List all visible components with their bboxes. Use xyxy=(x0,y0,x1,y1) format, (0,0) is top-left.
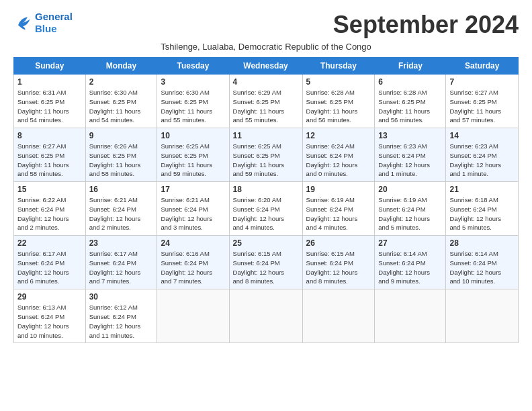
calendar-week-row: 29Sunrise: 6:13 AM Sunset: 6:24 PM Dayli… xyxy=(14,289,519,343)
day-number: 7 xyxy=(449,77,515,87)
day-info: Sunrise: 6:15 AM Sunset: 6:24 PM Dayligh… xyxy=(233,249,299,286)
calendar-cell: 6Sunrise: 6:28 AM Sunset: 6:25 PM Daylig… xyxy=(375,75,446,128)
day-number: 6 xyxy=(378,77,442,87)
calendar-cell: 16Sunrise: 6:21 AM Sunset: 6:24 PM Dayli… xyxy=(85,182,157,236)
calendar-cell: 2Sunrise: 6:30 AM Sunset: 6:25 PM Daylig… xyxy=(85,75,157,128)
day-number: 14 xyxy=(449,131,515,140)
day-number: 26 xyxy=(306,238,371,248)
day-info: Sunrise: 6:14 AM Sunset: 6:24 PM Dayligh… xyxy=(449,249,515,286)
day-info: Sunrise: 6:24 AM Sunset: 6:24 PM Dayligh… xyxy=(306,142,371,179)
calendar-week-row: 8Sunrise: 6:27 AM Sunset: 6:25 PM Daylig… xyxy=(14,128,519,182)
calendar-week-row: 15Sunrise: 6:22 AM Sunset: 6:24 PM Dayli… xyxy=(14,182,519,236)
calendar-cell: 10Sunrise: 6:25 AM Sunset: 6:25 PM Dayli… xyxy=(157,128,229,182)
calendar-cell xyxy=(446,289,519,343)
calendar-header-wednesday: Wednesday xyxy=(229,58,302,75)
day-number: 22 xyxy=(17,238,82,248)
day-number: 10 xyxy=(161,131,225,140)
calendar-header-tuesday: Tuesday xyxy=(157,58,229,75)
calendar-table: SundayMondayTuesdayWednesdayThursdayFrid… xyxy=(13,57,519,343)
day-info: Sunrise: 6:19 AM Sunset: 6:24 PM Dayligh… xyxy=(378,195,442,232)
day-info: Sunrise: 6:16 AM Sunset: 6:24 PM Dayligh… xyxy=(161,249,225,286)
calendar-cell: 13Sunrise: 6:23 AM Sunset: 6:24 PM Dayli… xyxy=(375,128,446,182)
day-info: Sunrise: 6:17 AM Sunset: 6:24 PM Dayligh… xyxy=(17,249,82,286)
calendar-header-monday: Monday xyxy=(85,58,157,75)
day-info: Sunrise: 6:15 AM Sunset: 6:24 PM Dayligh… xyxy=(306,249,371,286)
day-number: 21 xyxy=(449,185,515,194)
calendar-week-row: 22Sunrise: 6:17 AM Sunset: 6:24 PM Dayli… xyxy=(14,236,519,289)
calendar-cell: 18Sunrise: 6:20 AM Sunset: 6:24 PM Dayli… xyxy=(229,182,302,236)
day-info: Sunrise: 6:26 AM Sunset: 6:25 PM Dayligh… xyxy=(89,142,154,179)
logo-bird-icon xyxy=(13,13,32,32)
day-number: 29 xyxy=(17,292,82,302)
day-number: 23 xyxy=(89,238,154,248)
calendar-cell: 28Sunrise: 6:14 AM Sunset: 6:24 PM Dayli… xyxy=(446,236,519,289)
day-number: 18 xyxy=(233,185,299,194)
calendar-cell xyxy=(302,289,375,343)
day-number: 27 xyxy=(378,238,442,248)
day-number: 1 xyxy=(17,77,82,87)
calendar-cell xyxy=(229,289,302,343)
calendar-header-friday: Friday xyxy=(375,58,446,75)
day-number: 17 xyxy=(161,185,225,194)
day-info: Sunrise: 6:23 AM Sunset: 6:24 PM Dayligh… xyxy=(378,142,442,179)
day-number: 15 xyxy=(17,185,82,194)
day-info: Sunrise: 6:13 AM Sunset: 6:24 PM Dayligh… xyxy=(17,303,82,340)
calendar-cell: 7Sunrise: 6:27 AM Sunset: 6:25 PM Daylig… xyxy=(446,75,519,128)
day-number: 16 xyxy=(89,185,154,194)
day-number: 20 xyxy=(378,185,442,194)
day-number: 12 xyxy=(306,131,371,140)
calendar-cell: 27Sunrise: 6:14 AM Sunset: 6:24 PM Dayli… xyxy=(375,236,446,289)
calendar-header-saturday: Saturday xyxy=(446,58,519,75)
day-number: 24 xyxy=(161,238,225,248)
day-info: Sunrise: 6:31 AM Sunset: 6:25 PM Dayligh… xyxy=(17,88,82,125)
calendar-cell xyxy=(375,289,446,343)
day-number: 3 xyxy=(161,77,225,87)
calendar-header-row: SundayMondayTuesdayWednesdayThursdayFrid… xyxy=(14,58,519,75)
day-info: Sunrise: 6:28 AM Sunset: 6:25 PM Dayligh… xyxy=(306,88,371,125)
day-info: Sunrise: 6:25 AM Sunset: 6:25 PM Dayligh… xyxy=(161,142,225,179)
calendar-header-sunday: Sunday xyxy=(14,58,86,75)
day-number: 2 xyxy=(89,77,154,87)
calendar-cell: 11Sunrise: 6:25 AM Sunset: 6:25 PM Dayli… xyxy=(229,128,302,182)
calendar-cell: 3Sunrise: 6:30 AM Sunset: 6:25 PM Daylig… xyxy=(157,75,229,128)
day-info: Sunrise: 6:27 AM Sunset: 6:25 PM Dayligh… xyxy=(17,142,82,179)
calendar-cell: 26Sunrise: 6:15 AM Sunset: 6:24 PM Dayli… xyxy=(302,236,375,289)
day-number: 13 xyxy=(378,131,442,140)
calendar-cell: 23Sunrise: 6:17 AM Sunset: 6:24 PM Dayli… xyxy=(85,236,157,289)
day-number: 8 xyxy=(17,131,82,140)
calendar-cell: 19Sunrise: 6:19 AM Sunset: 6:24 PM Dayli… xyxy=(302,182,375,236)
calendar-cell: 20Sunrise: 6:19 AM Sunset: 6:24 PM Dayli… xyxy=(375,182,446,236)
day-info: Sunrise: 6:20 AM Sunset: 6:24 PM Dayligh… xyxy=(233,195,299,232)
month-title: September 2024 xyxy=(333,11,519,39)
day-info: Sunrise: 6:12 AM Sunset: 6:24 PM Dayligh… xyxy=(89,303,154,340)
day-info: Sunrise: 6:30 AM Sunset: 6:25 PM Dayligh… xyxy=(161,88,225,125)
day-info: Sunrise: 6:18 AM Sunset: 6:24 PM Dayligh… xyxy=(449,195,515,232)
calendar-cell: 9Sunrise: 6:26 AM Sunset: 6:25 PM Daylig… xyxy=(85,128,157,182)
day-info: Sunrise: 6:30 AM Sunset: 6:25 PM Dayligh… xyxy=(89,88,154,125)
calendar-cell: 24Sunrise: 6:16 AM Sunset: 6:24 PM Dayli… xyxy=(157,236,229,289)
day-number: 19 xyxy=(306,185,371,194)
logo: General Blue xyxy=(13,11,73,35)
calendar-cell: 21Sunrise: 6:18 AM Sunset: 6:24 PM Dayli… xyxy=(446,182,519,236)
day-info: Sunrise: 6:14 AM Sunset: 6:24 PM Dayligh… xyxy=(378,249,442,286)
calendar-cell: 5Sunrise: 6:28 AM Sunset: 6:25 PM Daylig… xyxy=(302,75,375,128)
day-info: Sunrise: 6:23 AM Sunset: 6:24 PM Dayligh… xyxy=(449,142,515,179)
day-info: Sunrise: 6:21 AM Sunset: 6:24 PM Dayligh… xyxy=(161,195,225,232)
calendar-header-thursday: Thursday xyxy=(302,58,375,75)
day-number: 5 xyxy=(306,77,371,87)
calendar-cell: 8Sunrise: 6:27 AM Sunset: 6:25 PM Daylig… xyxy=(14,128,86,182)
calendar-cell: 22Sunrise: 6:17 AM Sunset: 6:24 PM Dayli… xyxy=(14,236,86,289)
calendar-cell: 12Sunrise: 6:24 AM Sunset: 6:24 PM Dayli… xyxy=(302,128,375,182)
day-info: Sunrise: 6:22 AM Sunset: 6:24 PM Dayligh… xyxy=(17,195,82,232)
calendar-cell: 4Sunrise: 6:29 AM Sunset: 6:25 PM Daylig… xyxy=(229,75,302,128)
day-info: Sunrise: 6:29 AM Sunset: 6:25 PM Dayligh… xyxy=(233,88,299,125)
day-number: 28 xyxy=(449,238,515,248)
calendar-cell: 17Sunrise: 6:21 AM Sunset: 6:24 PM Dayli… xyxy=(157,182,229,236)
page-header: General Blue September 2024 xyxy=(13,11,519,39)
day-info: Sunrise: 6:19 AM Sunset: 6:24 PM Dayligh… xyxy=(306,195,371,232)
calendar-cell xyxy=(157,289,229,343)
day-info: Sunrise: 6:17 AM Sunset: 6:24 PM Dayligh… xyxy=(89,249,154,286)
day-info: Sunrise: 6:25 AM Sunset: 6:25 PM Dayligh… xyxy=(233,142,299,179)
calendar-cell: 15Sunrise: 6:22 AM Sunset: 6:24 PM Dayli… xyxy=(14,182,86,236)
day-number: 25 xyxy=(233,238,299,248)
